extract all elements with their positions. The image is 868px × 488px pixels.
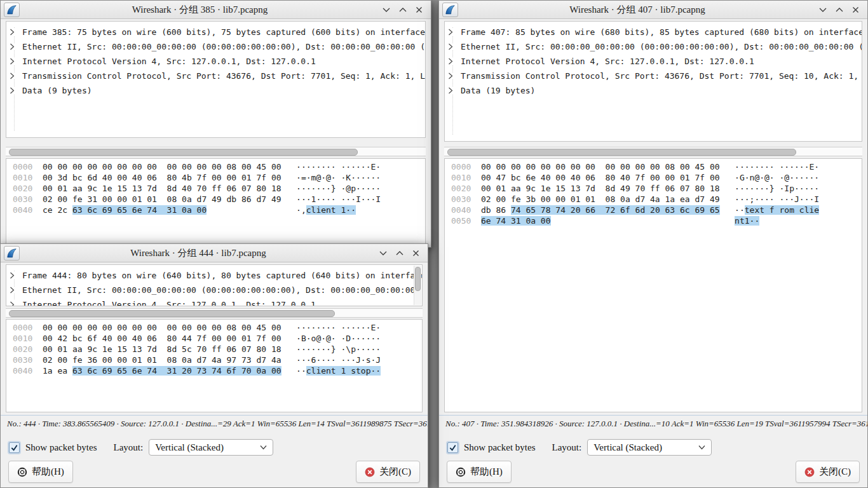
close-dialog-button[interactable]: 关闭(C) bbox=[356, 461, 420, 483]
tree-row-ip[interactable]: Internet Protocol Version 4, Src: 127.0.… bbox=[445, 54, 862, 69]
check-icon bbox=[449, 444, 457, 452]
close-icon[interactable] bbox=[410, 248, 421, 259]
show-packet-bytes-label: Show packet bytes bbox=[25, 442, 97, 453]
hex-row[interactable]: 00401a ea 63 6c 69 65 6e 74 31 20 73 74 … bbox=[13, 365, 422, 376]
show-packet-bytes-checkbox[interactable] bbox=[9, 442, 20, 453]
hex-row[interactable]: 003002 00 fe 36 00 00 01 01 08 0a d7 4a … bbox=[13, 355, 422, 365]
chevron-down-icon bbox=[698, 445, 705, 450]
layout-select[interactable]: Vertical (Stacked) bbox=[587, 439, 712, 456]
close-icon[interactable] bbox=[414, 4, 424, 15]
tree-row-frame[interactable]: Frame 385: 75 bytes on wire (600 bits), … bbox=[6, 25, 425, 39]
expander-icon[interactable] bbox=[448, 87, 457, 94]
hex-row[interactable]: 003002 00 fe 31 00 00 01 01 08 0a d7 49 … bbox=[13, 194, 425, 205]
expander-icon[interactable] bbox=[10, 272, 18, 279]
packet-detail-tree: Frame 407: 85 bytes on wire (680 bits), … bbox=[444, 21, 862, 142]
hex-row[interactable]: 000000 00 00 00 00 00 00 00 00 00 00 00 … bbox=[13, 322, 422, 333]
horizontal-scrollbar[interactable] bbox=[444, 147, 862, 156]
layout-label: Layout: bbox=[552, 442, 581, 453]
packet-detail-tree: Frame 385: 75 bytes on wire (600 bits), … bbox=[6, 21, 426, 138]
layout-label: Layout: bbox=[113, 442, 143, 453]
close-icon[interactable] bbox=[850, 4, 861, 15]
vertical-scrollbar[interactable] bbox=[414, 266, 421, 305]
help-lifebuoy-icon bbox=[456, 467, 466, 477]
scrollbar-thumb[interactable] bbox=[9, 149, 358, 156]
packet-status-line: No.: 444 · Time: 383.865565409 · Source:… bbox=[1, 415, 428, 429]
expander-icon[interactable] bbox=[448, 72, 457, 79]
window-title: Wireshark · 分组 444 · lib7.pcapng bbox=[26, 247, 370, 259]
hex-row[interactable]: 00506e 74 31 0a 00nt1·· bbox=[451, 215, 862, 226]
help-lifebuoy-icon bbox=[17, 467, 27, 477]
window-title: Wireshark · 分组 407 · lib7.pcapng bbox=[465, 4, 810, 16]
expander-icon[interactable] bbox=[10, 301, 18, 306]
tree-row-ethernet[interactable]: Ethernet II, Src: 00:00:00_00:00:00 (00:… bbox=[445, 39, 862, 54]
expander-icon[interactable] bbox=[448, 58, 457, 65]
scrollbar-thumb[interactable] bbox=[415, 267, 421, 291]
hex-row[interactable]: 0040ce 2c 63 6c 69 65 6e 74 31 0a 00·,cl… bbox=[13, 205, 425, 215]
expander-icon[interactable] bbox=[10, 287, 18, 294]
close-dialog-button[interactable]: 关闭(C) bbox=[796, 461, 860, 483]
maximize-icon[interactable] bbox=[397, 4, 408, 15]
hex-row[interactable]: 001000 47 bc 6e 40 00 40 06 80 40 7f 00 … bbox=[451, 172, 862, 183]
hex-dump-pane: 000000 00 00 00 00 00 00 00 00 00 00 00 … bbox=[6, 158, 426, 247]
tree-row-ethernet[interactable]: Ethernet II, Src: 00:00:00_00:00:00 (00:… bbox=[6, 283, 422, 297]
expander-icon[interactable] bbox=[448, 29, 457, 36]
hex-dump-pane: 000000 00 00 00 00 00 00 00 00 00 00 00 … bbox=[6, 319, 423, 412]
show-packet-bytes-checkbox[interactable] bbox=[447, 442, 458, 453]
close-circle-icon bbox=[804, 467, 815, 477]
packet-detail-tree: Frame 444: 80 bytes on wire (640 bits), … bbox=[6, 264, 423, 306]
layout-select[interactable]: Vertical (Stacked) bbox=[149, 439, 273, 456]
maximize-icon[interactable] bbox=[394, 248, 405, 259]
titlebar[interactable]: Wireshark · 分组 407 · lib7.pcapng bbox=[439, 1, 867, 19]
show-packet-bytes-label: Show packet bytes bbox=[464, 442, 535, 453]
expander-icon[interactable] bbox=[448, 43, 457, 50]
window-packet-385: Wireshark · 分组 385 · lib7.pcapng Frame 3… bbox=[0, 0, 431, 248]
expander-icon[interactable] bbox=[10, 58, 18, 65]
hex-dump-pane: 000000 00 00 00 00 00 00 00 00 00 00 00 … bbox=[444, 158, 862, 412]
expander-icon[interactable] bbox=[10, 72, 18, 79]
minimize-icon[interactable] bbox=[817, 4, 828, 15]
tree-row-data[interactable]: Data (19 bytes) bbox=[445, 83, 862, 98]
titlebar[interactable]: Wireshark · 分组 385 · lib7.pcapng bbox=[1, 1, 431, 19]
tree-row-ip[interactable]: Internet Protocol Version 4, Src: 127.0.… bbox=[6, 54, 425, 69]
hex-row[interactable]: 001000 42 bc 6f 40 00 40 06 80 44 7f 00 … bbox=[13, 333, 422, 344]
help-button[interactable]: 帮助(H) bbox=[447, 461, 512, 483]
packet-status-line: No.: 407 · Time: 351.984318926 · Source:… bbox=[439, 415, 867, 429]
window-packet-444: Wireshark · 分组 444 · lib7.pcapng Frame 4… bbox=[0, 243, 428, 488]
tree-row-frame[interactable]: Frame 444: 80 bytes on wire (640 bits), … bbox=[6, 268, 422, 283]
tree-row-frame[interactable]: Frame 407: 85 bytes on wire (680 bits), … bbox=[445, 25, 862, 39]
hex-row[interactable]: 000000 00 00 00 00 00 00 00 00 00 00 00 … bbox=[13, 161, 425, 172]
tree-row-tcp[interactable]: Transmission Control Protocol, Src Port:… bbox=[445, 69, 862, 83]
scrollbar-thumb[interactable] bbox=[447, 149, 796, 156]
window-title: Wireshark · 分组 385 · lib7.pcapng bbox=[26, 4, 374, 16]
hex-row[interactable]: 003002 00 fe 3b 00 00 01 01 08 0a d7 4a … bbox=[451, 194, 862, 205]
hex-row[interactable]: 002000 01 aa 9c 1e 15 13 7d 8d 5c 70 ff … bbox=[13, 344, 422, 355]
tree-row-tcp[interactable]: Transmission Control Protocol, Src Port:… bbox=[6, 69, 425, 83]
hex-row[interactable]: 002000 01 aa 9c 1e 15 13 7d 8d 40 70 ff … bbox=[13, 183, 425, 194]
expander-icon[interactable] bbox=[10, 87, 18, 94]
tree-row-ip[interactable]: Internet Protocol Version 4, Src: 127.0.… bbox=[6, 297, 422, 306]
horizontal-scrollbar[interactable] bbox=[6, 147, 426, 156]
horizontal-scrollbar[interactable] bbox=[6, 308, 423, 318]
tree-row-data[interactable]: Data (9 bytes) bbox=[6, 83, 425, 98]
chevron-down-icon bbox=[260, 445, 267, 450]
hex-row[interactable]: 0040db 86 74 65 78 74 20 66 72 6f 6d 20 … bbox=[451, 205, 862, 215]
hex-row[interactable]: 002000 01 aa 9c 1e 15 13 7d 8d 49 70 ff … bbox=[451, 183, 862, 194]
hex-row[interactable]: 001000 3d bc 6d 40 00 40 06 80 4b 7f 00 … bbox=[13, 172, 425, 183]
close-circle-icon bbox=[365, 467, 375, 477]
maximize-icon[interactable] bbox=[834, 4, 844, 15]
check-icon bbox=[10, 444, 18, 452]
scrollbar-thumb[interactable] bbox=[9, 310, 335, 317]
minimize-icon[interactable] bbox=[377, 248, 388, 259]
hex-row[interactable]: 000000 00 00 00 00 00 00 00 00 00 00 00 … bbox=[451, 161, 862, 172]
tree-row-ethernet[interactable]: Ethernet II, Src: 00:00:00_00:00:00 (00:… bbox=[6, 39, 425, 54]
layout-select-value: Vertical (Stacked) bbox=[155, 442, 224, 453]
expander-icon[interactable] bbox=[10, 43, 18, 50]
minimize-icon[interactable] bbox=[381, 4, 391, 15]
window-packet-407: Wireshark · 分组 407 · lib7.pcapng Frame 4… bbox=[438, 0, 868, 488]
wireshark-logo-icon bbox=[4, 246, 20, 261]
help-button[interactable]: 帮助(H) bbox=[8, 461, 73, 483]
wireshark-logo-icon bbox=[442, 3, 458, 17]
expander-icon[interactable] bbox=[10, 29, 18, 36]
titlebar[interactable]: Wireshark · 分组 444 · lib7.pcapng bbox=[1, 244, 428, 262]
wireshark-logo-icon bbox=[4, 3, 20, 17]
